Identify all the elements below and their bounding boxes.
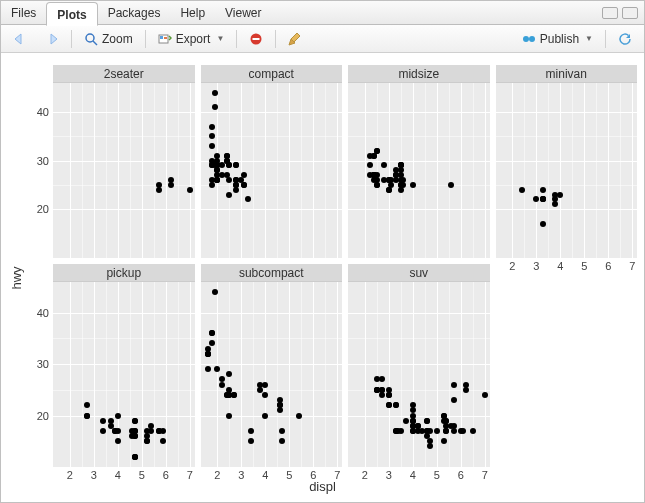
svg-point-8: [529, 36, 535, 42]
data-point: [552, 201, 558, 207]
tab-viewer[interactable]: Viewer: [215, 1, 271, 25]
data-point: [381, 177, 387, 183]
x-tick: 5: [434, 467, 440, 481]
x-tick: 7: [187, 467, 193, 481]
data-point: [451, 397, 457, 403]
facet-subcompact: subcompact234567: [201, 264, 343, 481]
facet-strip: subcompact: [201, 264, 343, 282]
zoom-icon: [84, 32, 98, 46]
data-point: [410, 402, 416, 408]
data-point: [262, 382, 268, 388]
data-point: [482, 392, 488, 398]
facet-panel: 234567: [348, 282, 490, 467]
data-point: [540, 196, 546, 202]
plots-pane: Files Plots Packages Help Viewer Zoom Ex…: [0, 0, 645, 503]
data-point: [156, 187, 162, 193]
data-point: [209, 182, 215, 188]
data-point: [386, 187, 392, 193]
tab-help[interactable]: Help: [170, 1, 215, 25]
publish-icon: [522, 32, 536, 46]
y-tick: 30: [37, 358, 53, 370]
x-tick: 7: [629, 258, 635, 272]
refresh-button[interactable]: [612, 30, 638, 48]
data-point: [115, 428, 121, 434]
data-point: [205, 366, 211, 372]
facet-grid: 2seater203040compactmidsizeminivan234567…: [53, 65, 637, 475]
x-tick: 6: [605, 258, 611, 272]
facet-panel: [348, 83, 490, 258]
export-button[interactable]: Export ▼: [152, 30, 231, 48]
data-point: [434, 428, 440, 434]
facet-panel: 234567: [496, 83, 638, 258]
data-point: [209, 143, 215, 149]
facet-minivan: minivan234567: [496, 65, 638, 258]
maximize-pane-icon[interactable]: [622, 7, 638, 19]
data-point: [168, 182, 174, 188]
data-point: [519, 187, 525, 193]
x-tick: 3: [533, 258, 539, 272]
data-point: [374, 182, 380, 188]
facet-2seater: 2seater203040: [53, 65, 195, 258]
data-point: [84, 413, 90, 419]
chevron-down-icon: ▼: [216, 34, 224, 43]
data-point: [226, 371, 232, 377]
facet-strip: minivan: [496, 65, 638, 83]
facet-strip: suv: [348, 264, 490, 282]
data-point: [226, 192, 232, 198]
facet-pickup: pickup203040234567: [53, 264, 195, 481]
data-point: [219, 162, 225, 168]
data-point: [226, 162, 232, 168]
x-tick: 4: [557, 258, 563, 272]
tab-plots[interactable]: Plots: [46, 2, 97, 26]
next-plot-button[interactable]: [39, 31, 65, 47]
data-point: [248, 428, 254, 434]
data-point: [367, 162, 373, 168]
data-point: [214, 366, 220, 372]
data-point: [393, 402, 399, 408]
data-point: [205, 351, 211, 357]
data-point: [448, 182, 454, 188]
data-point: [533, 196, 539, 202]
x-tick: 3: [238, 467, 244, 481]
data-point: [212, 289, 218, 295]
data-point: [379, 387, 385, 393]
publish-button[interactable]: Publish ▼: [516, 30, 599, 48]
tab-files[interactable]: Files: [1, 1, 46, 25]
minimize-pane-icon[interactable]: [602, 7, 618, 19]
remove-plot-button[interactable]: [243, 30, 269, 48]
x-tick: 2: [362, 467, 368, 481]
facet-panel: 203040234567: [53, 282, 195, 467]
publish-label: Publish: [540, 32, 579, 46]
x-tick: 4: [262, 467, 268, 481]
x-tick: 6: [163, 467, 169, 481]
data-point: [209, 124, 215, 130]
svg-rect-4: [164, 37, 167, 39]
data-point: [132, 454, 138, 460]
data-point: [231, 392, 237, 398]
prev-plot-button[interactable]: [7, 31, 33, 47]
data-point: [463, 387, 469, 393]
x-axis-label: displ: [309, 479, 336, 494]
data-point: [410, 428, 416, 434]
svg-point-7: [523, 36, 529, 42]
data-point: [209, 133, 215, 139]
data-point: [212, 90, 218, 96]
tab-packages[interactable]: Packages: [98, 1, 171, 25]
facet-compact: compact: [201, 65, 343, 258]
data-point: [279, 438, 285, 444]
data-point: [219, 376, 225, 382]
zoom-button[interactable]: Zoom: [78, 30, 139, 48]
refresh-icon: [618, 32, 632, 46]
data-point: [132, 418, 138, 424]
x-tick: 5: [139, 467, 145, 481]
data-point: [144, 433, 150, 439]
data-point: [277, 402, 283, 408]
y-tick: 20: [37, 203, 53, 215]
data-point: [209, 340, 215, 346]
clear-all-button[interactable]: [282, 30, 308, 48]
data-point: [460, 428, 466, 434]
arrow-left-icon: [13, 33, 27, 45]
data-point: [367, 153, 373, 159]
svg-point-0: [86, 34, 94, 42]
data-point: [441, 418, 447, 424]
